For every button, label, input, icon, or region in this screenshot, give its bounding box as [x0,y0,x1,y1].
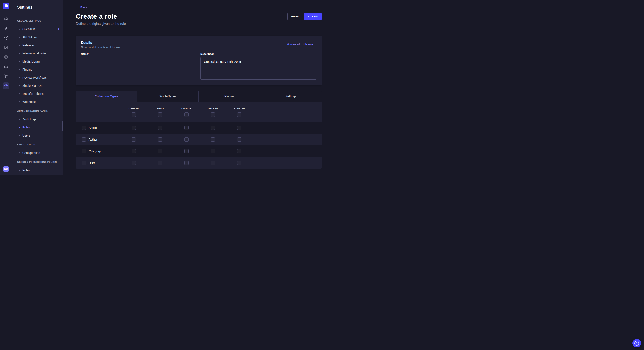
permission-row-user: User [76,157,322,169]
cell-category-read [147,149,173,153]
row-label: User [88,161,95,165]
checkbox-category-update[interactable] [184,149,189,153]
rail-item-content-manager[interactable] [2,54,9,60]
cell-article-create [120,126,147,130]
sidebar-item-webhooks[interactable]: Webhooks [12,98,63,106]
permission-row-author: Author [76,134,322,145]
cell-author-read [147,137,173,142]
checkbox-user-publish[interactable] [237,161,242,165]
checkbox-article-delete[interactable] [211,126,215,130]
checkbox-article-update[interactable] [184,126,189,130]
checkbox-author-publish[interactable] [237,137,242,142]
sidebar-item-releases[interactable]: Releases [12,41,63,49]
sidebar-item-audit-logs[interactable]: Audit Logs [12,115,63,123]
rail-item-cloud[interactable] [2,63,9,70]
rail-item-media-library[interactable] [2,44,9,51]
checkbox-article-publish[interactable] [237,126,242,130]
tab-collection-types[interactable]: Collection Types [76,91,137,102]
cell-category-create [120,149,147,153]
cloud-icon [4,65,8,68]
checkbox-user-read[interactable] [158,161,162,165]
sidebar-item-roles[interactable]: Roles [12,166,63,174]
rail-item-marketplace[interactable] [2,73,9,80]
checkbox-author-read[interactable] [158,137,162,142]
cell-user-delete [200,161,226,165]
header-actions: Reset ✓ Save [288,13,322,20]
checkbox-category-read[interactable] [158,149,162,153]
rail-item-deploy[interactable] [2,34,9,41]
column-label: UPDATE [182,107,192,110]
checkbox-all-publish[interactable] [237,113,242,117]
tab-single-types[interactable]: Single Types [137,91,198,102]
checkbox-article-read[interactable] [158,126,162,130]
sidebar-item-transfer-tokens[interactable]: Transfer Tokens [12,90,63,98]
cell-user-update [173,161,200,165]
checkbox-category-delete[interactable] [211,149,215,153]
row-label: Category [88,150,101,153]
sidebar-item-single-sign-on[interactable]: Single Sign-On [12,82,63,90]
bullet-icon [19,170,20,171]
checkbox-category-create[interactable] [132,149,136,153]
sidebar-item-api-tokens[interactable]: API Tokens [12,33,63,41]
column-label: READ [156,107,164,110]
cell-user-create [120,161,147,165]
checkbox-all-create[interactable] [132,113,136,117]
cell-author-delete [200,137,226,142]
checkbox-user[interactable] [82,161,86,165]
bullet-icon [19,69,20,70]
sidebar-item-overview[interactable]: Overview [12,25,63,33]
sidebar-item-plugins[interactable]: Plugins [12,65,63,74]
checkbox-all-delete[interactable] [211,113,215,117]
details-title: Details [81,41,121,45]
save-button[interactable]: ✓ Save [304,13,322,20]
tab-settings[interactable]: Settings [260,91,322,102]
checkbox-all-read[interactable] [158,113,162,117]
rail-item-settings[interactable] [2,82,9,89]
sidebar-item-providers[interactable]: Providers [12,174,63,175]
row-label: Article [88,126,97,130]
description-textarea[interactable]: Created January 16th, 2025 [200,57,316,80]
bullet-icon [19,153,20,153]
rail-item-home[interactable] [2,15,9,22]
sidebar-item-review-workflows[interactable]: Review Workflows [12,74,63,82]
checkbox-article[interactable] [82,126,86,130]
avatar[interactable]: KD [2,166,9,173]
home-icon [4,17,8,21]
rail-item-content-type-builder[interactable] [2,25,9,32]
column-label: DELETE [208,107,218,110]
tab-plugins[interactable]: Plugins [198,91,260,102]
sidebar-item-internationalization[interactable]: Internationalization [12,49,63,57]
name-input[interactable] [81,57,197,65]
page-title: Create a role [76,12,117,20]
image-icon [4,46,8,49]
reset-button[interactable]: Reset [288,13,302,20]
checkbox-all-update[interactable] [184,113,189,117]
checkbox-category-publish[interactable] [237,149,242,153]
sidebar-item-roles[interactable]: Roles [12,123,63,131]
sidebar-item-users[interactable]: Users [12,131,63,140]
checkbox-author-create[interactable] [132,137,136,142]
bullet-icon [19,93,20,94]
checkbox-author-update[interactable] [184,137,189,142]
checkbox-author-delete[interactable] [211,137,215,142]
cell-user-read [147,161,173,165]
pen-icon [4,26,8,30]
column-publish: PUBLISH [226,107,252,117]
back-label: Back [80,6,87,9]
strapi-logo[interactable] [3,3,9,9]
checkbox-category[interactable] [82,149,86,153]
checkbox-article-create[interactable] [132,126,136,130]
sidebar-item-configuration[interactable]: Configuration [12,149,63,157]
checkbox-user-create[interactable] [132,161,136,165]
sidebar-item-media-library[interactable]: Media Library [12,57,63,65]
back-link[interactable]: ← Back [76,6,87,9]
app-root: KD Settings Global SettingsOverviewAPI T… [0,0,322,175]
column-create: CREATE [120,107,147,117]
checkbox-user-delete[interactable] [211,161,215,165]
column-label: CREATE [129,107,139,110]
details-subtitle: Name and description of the role [81,45,121,49]
checkbox-user-update[interactable] [184,161,189,165]
sidebar-scrollbar[interactable] [62,121,63,131]
checkbox-author[interactable] [82,137,86,142]
users-with-role-button[interactable]: 0 users with this role [284,41,316,48]
